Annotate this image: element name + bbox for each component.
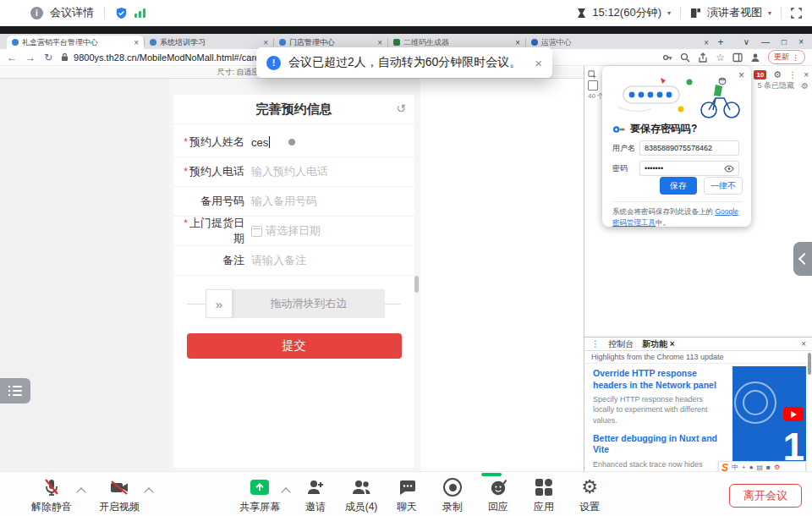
thumbnail-number: 1 <box>782 424 804 461</box>
ime-keyboard-icon[interactable]: ▤ <box>757 464 764 471</box>
profile-avatar-icon[interactable] <box>750 52 760 63</box>
share-screen-label: 共享屏幕 <box>239 500 280 514</box>
field-pickup-date[interactable]: 上门提货日期 请选择日期 <box>173 217 414 246</box>
article-heading[interactable]: Better debugging in Nuxt and Vite <box>593 433 724 456</box>
issues-badge[interactable]: 10 <box>754 70 766 80</box>
new-tab-button[interactable]: + <box>714 36 727 49</box>
browser-tab[interactable]: 系统培训学习 × <box>145 36 273 49</box>
field-backup-phone[interactable]: 备用号码 输入备用号码 <box>173 187 414 217</box>
browser-menu-icon[interactable]: ⋮ <box>792 53 799 62</box>
inspect-element-icon[interactable] <box>588 70 597 80</box>
view-dropdown-icon[interactable]: ▾ <box>768 9 771 17</box>
show-password-eye-icon[interactable] <box>724 165 734 173</box>
console-settings-icon[interactable]: ⚙ <box>801 81 809 91</box>
meeting-toast: ! 会议已超过2人，自动转为60分钟限时会议。 × <box>256 47 552 78</box>
field-phone[interactable]: 预约人电话 输入预约人电话 <box>173 157 414 187</box>
window-close-icon[interactable]: × <box>798 37 804 47</box>
zoom-icon[interactable] <box>680 52 690 63</box>
chat-icon <box>397 476 417 498</box>
ime-mic-icon[interactable]: ● <box>749 464 754 471</box>
console-filter-icon[interactable] <box>588 80 598 91</box>
devtools-menu-icon[interactable]: ⋮ <box>788 70 797 80</box>
phone-input[interactable]: 输入预约人电话 <box>251 164 328 179</box>
video-panel-expander[interactable] <box>793 242 812 276</box>
password-illustration <box>613 74 740 118</box>
drawer-close-icon[interactable]: × <box>801 339 806 349</box>
ime-punct-icon[interactable]: + <box>742 464 746 471</box>
start-video-button[interactable]: 开启视频 <box>91 476 147 514</box>
security-shield-icon[interactable] <box>115 7 128 19</box>
settings-gear-icon: ⚙ <box>581 476 598 498</box>
dialog-title: 要保存密码吗? <box>630 122 697 136</box>
dialog-footer-note: 系统会将密码保存到此设备上的 Google 密码管理工具中。 <box>612 201 743 228</box>
leave-meeting-button[interactable]: 离开会议 <box>729 484 802 508</box>
field-remark[interactable]: 备注 请输入备注 <box>173 246 414 276</box>
remark-input[interactable]: 请输入备注 <box>251 253 306 268</box>
settings-label: 设置 <box>579 500 600 514</box>
browser-tab[interactable]: 礼盒营销平台管理中心 × <box>7 36 144 49</box>
username-input[interactable]: 8385889075578462 <box>639 140 739 156</box>
tab-close-icon[interactable]: × <box>134 38 139 47</box>
browser-tab[interactable]: 运营中心 × <box>526 36 714 49</box>
whatsnew-video-thumbnail[interactable]: 1 <box>732 366 806 461</box>
username-label: 用户名 <box>612 143 639 154</box>
timer-dropdown-icon[interactable]: ▾ <box>667 9 671 17</box>
form-title: 完善预约信息 <box>256 102 332 118</box>
network-signal-icon[interactable] <box>134 8 145 18</box>
back-icon[interactable]: ← <box>7 52 17 63</box>
tab-close-icon[interactable]: × <box>515 38 520 47</box>
view-mode-label[interactable]: 演讲者视图 <box>707 5 762 20</box>
reload-icon[interactable]: ↻ <box>44 52 52 63</box>
ime-settings-icon[interactable]: ⚙ <box>774 464 780 471</box>
tab-favicon <box>150 39 156 46</box>
field-name[interactable]: 预约人姓名 ces <box>173 128 414 157</box>
sidepanel-icon[interactable] <box>732 52 743 63</box>
fullscreen-icon[interactable] <box>791 8 802 19</box>
meeting-info-icon[interactable]: i <box>30 7 43 19</box>
hidden-messages-label: 5 条已隐藏 <box>758 80 795 91</box>
window-maximize-icon[interactable]: □ <box>782 37 787 47</box>
date-picker[interactable]: 请选择日期 <box>251 223 321 239</box>
submit-button[interactable]: 提交 <box>187 333 402 359</box>
devtools-settings-icon[interactable]: ⚙ <box>773 69 782 80</box>
device-size-label[interactable]: 尺寸: 自适应 <box>217 67 259 78</box>
mic-muted-icon <box>41 476 62 498</box>
never-save-button[interactable]: 一律不 <box>704 177 743 195</box>
meeting-notes-float-button[interactable] <box>0 378 30 403</box>
tab-close-icon[interactable]: × <box>263 38 268 47</box>
tab-whats-new[interactable]: 新功能 × <box>642 338 675 350</box>
tab-close-icon[interactable]: × <box>377 38 382 47</box>
password-label: 密码 <box>612 163 639 174</box>
field-label: 上门提货日期 <box>173 216 244 246</box>
tab-console[interactable]: 控制台 <box>608 338 634 350</box>
unmute-button[interactable]: 解除静音 <box>24 476 80 514</box>
devtools-close-icon[interactable]: × <box>804 70 809 80</box>
share-screen-button[interactable]: 共享屏幕 <box>232 476 288 514</box>
toast-close-icon[interactable]: × <box>535 56 542 70</box>
chrome-update-button[interactable]: 更新 ⋮ <box>768 50 805 64</box>
page-scrollbar[interactable] <box>414 276 419 293</box>
drawer-scrollbar[interactable] <box>808 353 811 375</box>
meeting-details-label[interactable]: 会议详情 <box>50 5 94 20</box>
undo-icon[interactable]: ↺ <box>396 102 406 115</box>
drawer-menu-icon[interactable]: ⋮ <box>591 339 600 349</box>
field-label: 预约人姓名 <box>173 134 244 150</box>
tab-close-icon[interactable]: × <box>704 38 709 47</box>
ime-lang-toggle[interactable]: 中 <box>732 464 738 471</box>
forward-icon[interactable]: → <box>25 52 36 63</box>
bookmark-star-icon[interactable]: ☆ <box>716 52 725 63</box>
name-input[interactable]: ces <box>251 136 295 149</box>
window-minimize-icon[interactable]: — <box>761 37 770 47</box>
share-page-icon[interactable] <box>698 52 708 63</box>
youtube-play-icon[interactable] <box>783 407 804 421</box>
backup-phone-input[interactable]: 输入备用号码 <box>251 194 317 209</box>
slider-handle[interactable]: » <box>206 289 233 318</box>
password-key-icon[interactable] <box>662 52 672 63</box>
password-input[interactable]: ••••••• <box>639 161 739 176</box>
ime-skin-icon[interactable]: ■ <box>766 464 771 471</box>
article-heading[interactable]: Override HTTP response headers in the Ne… <box>593 368 724 391</box>
tab-close-icon[interactable]: × <box>670 339 675 349</box>
window-restore-icon[interactable]: ∨ <box>743 37 749 47</box>
save-password-button[interactable]: 保存 <box>660 177 697 195</box>
settings-button[interactable]: ⚙ 设置 <box>562 476 617 514</box>
